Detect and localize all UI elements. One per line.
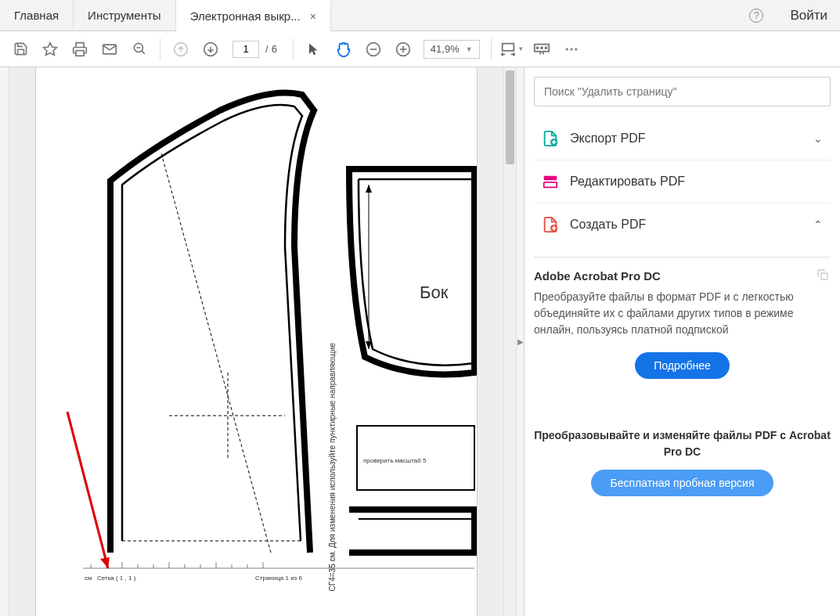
toolbar: / 6 41,9% ▼ ▼: [0, 31, 840, 67]
star-icon[interactable]: [36, 35, 64, 63]
promo2-title: Преобразовывайте и изменяйте файлы PDF с…: [534, 427, 831, 460]
svg-rect-1: [76, 50, 84, 56]
red-arrow-annotation: [59, 404, 122, 584]
svg-point-22: [565, 48, 568, 50]
tool-label: Редактировать PDF: [570, 175, 685, 189]
svg-point-17: [536, 47, 538, 49]
export-pdf-icon: [542, 130, 559, 147]
scale-check-label: проверить масштаб 5: [363, 457, 426, 464]
more-icon[interactable]: [557, 35, 586, 63]
sign-in-button[interactable]: Войти: [777, 0, 840, 31]
tool-label: Создать PDF: [570, 218, 646, 232]
svg-marker-47: [100, 557, 110, 568]
clone-icon[interactable]: [817, 268, 831, 283]
page-number-input[interactable]: [233, 41, 259, 58]
separator: [491, 38, 492, 60]
promo-title: Adobe Acrobat Pro DC: [534, 269, 661, 283]
left-gutter: [0, 67, 9, 616]
tool-label: Экспорт PDF: [570, 131, 646, 146]
page-up-icon[interactable]: [167, 35, 195, 63]
svg-line-25: [161, 153, 271, 553]
vertical-scrollbar[interactable]: [503, 67, 516, 616]
svg-point-19: [545, 47, 546, 49]
create-pdf-icon: [542, 216, 559, 233]
scrollbar-thumb[interactable]: [506, 70, 514, 164]
footer-page-label: Страница 1 из 6: [255, 575, 302, 582]
pdf-page: Бок СГ4=35 см. Для изменения используйте…: [35, 67, 478, 616]
svg-rect-49: [544, 176, 557, 181]
piece-label: Бок: [420, 283, 448, 303]
hand-icon[interactable]: [330, 35, 358, 63]
learn-more-button[interactable]: Подробнее: [635, 352, 730, 379]
tab-tools[interactable]: Инструменты: [74, 0, 176, 31]
free-trial-button[interactable]: Бесплатная пробная версия: [591, 470, 773, 496]
tab-home[interactable]: Главная: [0, 0, 74, 31]
tab-document[interactable]: Электронная выкр... ×: [176, 0, 331, 31]
svg-rect-15: [503, 43, 514, 50]
tab-bar: Главная Инструменты Электронная выкр... …: [0, 0, 840, 31]
search-icon[interactable]: [125, 35, 153, 63]
page-down-icon[interactable]: [196, 35, 225, 63]
svg-line-46: [67, 412, 108, 568]
sidepanel-toggle[interactable]: ▶: [516, 67, 524, 616]
separator: [293, 38, 294, 60]
page-sep: /: [265, 43, 269, 55]
chevron-down-icon: ⌄: [813, 132, 823, 145]
reflow-icon[interactable]: [528, 35, 556, 63]
email-icon[interactable]: [96, 35, 124, 63]
document-area[interactable]: Бок СГ4=35 см. Для изменения используйте…: [9, 67, 503, 616]
svg-point-18: [541, 47, 543, 49]
close-tab-icon[interactable]: ×: [310, 10, 316, 23]
svg-line-4: [141, 51, 144, 54]
main-area: Бок СГ4=35 см. Для изменения используйте…: [0, 67, 840, 616]
search-input[interactable]: [534, 77, 831, 106]
grid-label: Сетка ( 1 , 1 ): [97, 575, 135, 582]
page-total: 6: [272, 43, 277, 55]
tab-document-label: Электронная выкр...: [190, 9, 301, 23]
chevron-down-icon: ▼: [517, 45, 524, 52]
edit-pdf-icon: [542, 173, 559, 190]
tool-create-pdf[interactable]: Создать PDF ⌃: [534, 204, 831, 246]
chevron-up-icon: ⌃: [813, 218, 823, 231]
tools-sidebar: Экспорт PDF ⌄ Редактировать PDF Создать …: [524, 67, 840, 616]
zoom-in-icon[interactable]: [389, 35, 417, 63]
save-icon[interactable]: [6, 35, 34, 63]
ruler-unit: см: [85, 575, 92, 582]
svg-rect-50: [544, 182, 557, 187]
svg-rect-52: [821, 273, 827, 279]
pointer-icon[interactable]: [300, 35, 328, 63]
zoom-dropdown[interactable]: 41,9% ▼: [424, 40, 480, 59]
fit-width-icon[interactable]: ▼: [498, 35, 526, 63]
help-icon[interactable]: ?: [749, 9, 763, 23]
promo-panel: Adobe Acrobat Pro DC Преобразуйте файлы …: [534, 257, 831, 379]
svg-marker-30: [366, 185, 372, 193]
separator: [160, 38, 160, 60]
svg-point-23: [570, 48, 572, 50]
svg-marker-0: [44, 42, 57, 55]
chevron-down-icon: ▼: [466, 45, 473, 53]
promo-text: Преобразуйте файлы в формат PDF и с легк…: [534, 289, 831, 338]
tool-edit-pdf[interactable]: Редактировать PDF: [534, 160, 831, 204]
tool-export-pdf[interactable]: Экспорт PDF ⌄: [534, 117, 831, 160]
promo2-panel: Преобразовывайте и изменяйте файлы PDF с…: [534, 390, 831, 496]
vertical-note: СГ4=35 см. Для изменения используйте пун…: [328, 343, 337, 591]
print-icon[interactable]: [66, 35, 94, 63]
zoom-value: 41,9%: [431, 43, 460, 55]
svg-point-24: [575, 48, 577, 50]
zoom-out-icon[interactable]: [359, 35, 388, 63]
